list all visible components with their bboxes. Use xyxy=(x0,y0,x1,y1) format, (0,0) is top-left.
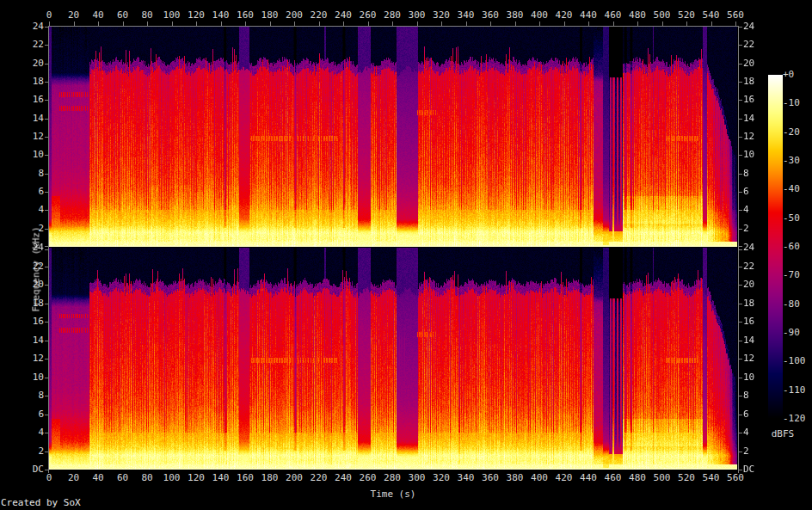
freq-tick-label-right: 6 xyxy=(743,186,749,197)
time-tick-label-bottom: 60 xyxy=(117,472,128,483)
time-tick-top xyxy=(98,22,99,26)
freq-tick-left xyxy=(45,433,49,433)
sox-credit: Created by SoX xyxy=(1,497,81,508)
time-tick-label-bottom: 480 xyxy=(629,472,646,483)
freq-tick-left xyxy=(45,396,49,396)
freq-tick-left xyxy=(45,210,49,211)
freq-tick-right xyxy=(738,285,742,286)
time-tick-top xyxy=(392,22,393,26)
time-tick-label-top: 160 xyxy=(237,9,254,21)
time-tick-top xyxy=(147,22,148,26)
colorbar-tick-label: -50 xyxy=(783,212,800,224)
time-tick-label-top: 100 xyxy=(163,9,181,21)
freq-tick-label-right: 14 xyxy=(743,113,754,124)
freq-tick-label-right: 18 xyxy=(743,76,754,87)
time-tick-label-top: 180 xyxy=(261,9,279,21)
time-tick-top xyxy=(270,22,271,26)
freq-tick-left xyxy=(45,82,49,83)
freq-tick-left xyxy=(45,246,49,247)
spectrogram-channel-1 xyxy=(49,27,737,247)
freq-tick-left xyxy=(45,64,49,65)
time-tick-label-top: 200 xyxy=(286,9,303,21)
time-tick-label-bottom: 500 xyxy=(654,472,671,483)
freq-tick-left xyxy=(45,359,49,359)
freq-tick-left xyxy=(45,378,49,378)
freq-tick-right xyxy=(738,378,742,378)
time-tick-top xyxy=(196,22,197,26)
colorbar-tick-label: +0 xyxy=(783,69,794,80)
freq-tick-label-left: 12 xyxy=(17,131,44,142)
time-tick-label-top: 140 xyxy=(212,9,230,21)
freq-tick-left xyxy=(45,229,49,230)
freq-tick-right xyxy=(738,155,742,156)
time-tick-label-top: 40 xyxy=(92,9,103,21)
time-tick-top xyxy=(637,22,638,26)
time-tick-label-bottom: 340 xyxy=(458,472,475,483)
colorbar-gradient xyxy=(768,75,783,419)
time-tick-label-bottom: 200 xyxy=(286,472,303,483)
freq-tick-label-left: 22 xyxy=(17,39,44,50)
freq-tick-label-left: 16 xyxy=(17,94,44,105)
freq-tick-label-right: 4 xyxy=(743,427,749,438)
time-tick-top xyxy=(343,22,344,26)
time-tick-top xyxy=(221,22,222,26)
freq-junction-label-right: 24 xyxy=(743,242,754,253)
time-tick-top xyxy=(417,22,418,26)
time-tick-top xyxy=(123,22,124,26)
freq-tick-label-left: 12 xyxy=(17,353,44,364)
time-tick-label-top: 340 xyxy=(458,9,475,21)
time-tick-label-top: 280 xyxy=(384,9,401,21)
time-tick-label-top: 540 xyxy=(703,9,720,21)
time-tick-top xyxy=(172,22,173,26)
freq-tick-label-left: 16 xyxy=(17,316,44,327)
colorbar-tick-label: -120 xyxy=(783,413,806,424)
freq-tick-right xyxy=(738,396,742,396)
colorbar-tick-label: -20 xyxy=(783,126,800,138)
freq-tick-label-left: 18 xyxy=(17,76,44,87)
time-tick-label-bottom: 420 xyxy=(556,472,573,483)
time-tick-label-bottom: 300 xyxy=(409,472,426,483)
time-tick-top xyxy=(735,22,736,26)
time-tick-label-bottom: 180 xyxy=(261,472,279,483)
time-tick-label-top: 500 xyxy=(654,9,671,21)
time-tick-label-top: 320 xyxy=(433,9,450,21)
freq-tick-label-left: 4 xyxy=(17,204,44,215)
time-tick-label-bottom: 80 xyxy=(141,472,152,483)
colorbar-tick-label: -60 xyxy=(783,241,800,252)
freq-tick-label-right: DC xyxy=(743,464,754,475)
time-tick-top xyxy=(662,22,663,26)
freq-tick-right xyxy=(738,45,742,46)
freq-tick-label-right: 14 xyxy=(743,335,754,346)
freq-tick-right xyxy=(738,229,742,230)
time-tick-top xyxy=(74,22,75,26)
freq-tick-label-left: 24 xyxy=(17,21,44,32)
colorbar-tick-label: -30 xyxy=(783,155,800,166)
freq-tick-label-left: DC xyxy=(17,464,44,475)
freq-tick-label-left: 4 xyxy=(17,427,44,438)
time-tick-label-top: 240 xyxy=(335,9,352,21)
time-tick-label-top: 120 xyxy=(188,9,205,21)
freq-tick-right xyxy=(738,415,742,415)
colorbar-tick-label: -110 xyxy=(783,384,806,396)
freq-tick-right xyxy=(738,322,742,323)
time-tick-label-bottom: 540 xyxy=(703,472,720,483)
freq-tick-right xyxy=(738,246,742,247)
colorbar-tick-label: -70 xyxy=(783,269,800,280)
time-tick-label-bottom: 0 xyxy=(46,472,52,483)
colorbar-tick-label: -80 xyxy=(783,298,800,310)
time-tick-top xyxy=(539,22,540,26)
freq-tick-right xyxy=(738,452,742,452)
time-tick-label-bottom: 560 xyxy=(727,472,744,483)
freq-tick-left xyxy=(45,470,49,470)
freq-tick-right xyxy=(738,267,742,267)
time-tick-label-bottom: 40 xyxy=(92,472,103,483)
time-tick-label-bottom: 380 xyxy=(507,472,524,483)
time-tick-label-bottom: 520 xyxy=(678,472,695,483)
freq-tick-left xyxy=(45,249,49,250)
freq-tick-label-right: 22 xyxy=(743,39,754,50)
freq-tick-label-right: 24 xyxy=(743,21,754,32)
time-tick-label-top: 480 xyxy=(629,9,646,21)
freq-tick-left xyxy=(45,452,49,452)
freq-tick-label-right: 10 xyxy=(743,149,754,160)
freq-tick-right xyxy=(738,137,742,138)
